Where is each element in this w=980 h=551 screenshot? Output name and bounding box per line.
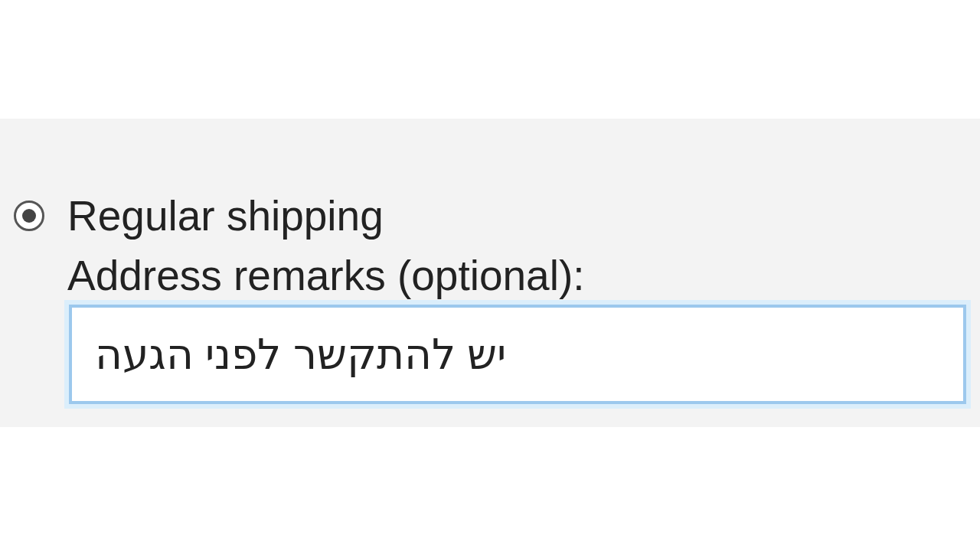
regular-shipping-label: Regular shipping [67, 191, 384, 240]
shipping-form-section: Regular shipping Address remarks (option… [0, 119, 980, 427]
top-blank-area [0, 0, 980, 119]
radio-button[interactable] [14, 201, 44, 231]
radio-selected-dot-icon [22, 209, 36, 223]
bottom-blank-area [0, 427, 980, 551]
regular-shipping-option[interactable]: Regular shipping [14, 191, 980, 240]
address-remarks-input[interactable] [69, 305, 966, 404]
address-remarks-label: Address remarks (optional): [67, 251, 980, 300]
address-remarks-input-wrapper [69, 305, 966, 404]
